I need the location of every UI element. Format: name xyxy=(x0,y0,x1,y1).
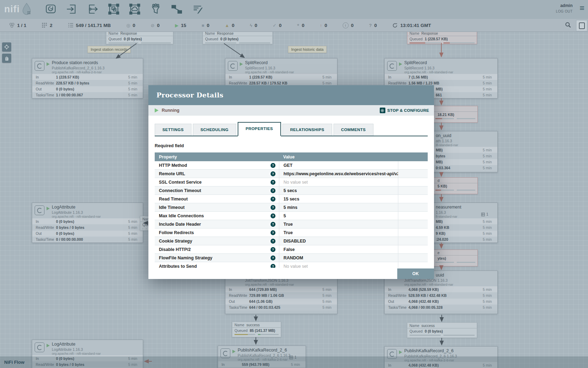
logout-link[interactable]: LOG OUT xyxy=(556,9,573,13)
status-disabled: ϟ0 xyxy=(250,23,257,28)
property-row[interactable]: Include Date Header?True xyxy=(155,220,428,229)
property-row[interactable]: Disable HTTP/2?False xyxy=(155,245,428,254)
processor-name: uuid xyxy=(436,273,444,278)
property-value: True xyxy=(284,230,293,235)
property-row[interactable]: Attributes to Send?No value set xyxy=(155,262,428,268)
property-row[interactable]: SSL Context Service?No value set xyxy=(155,178,428,186)
property-name: Connection Timeout xyxy=(159,188,201,193)
global-menu-icon[interactable]: ≡ xyxy=(580,4,584,13)
remote-process-group-icon[interactable] xyxy=(129,3,141,15)
thread-grid-icon xyxy=(42,22,47,28)
help-icon[interactable]: ? xyxy=(271,255,275,260)
help-icon[interactable]: ? xyxy=(271,222,275,227)
status-sync-failure: ?0 xyxy=(369,23,377,28)
value-column-header: Value xyxy=(279,155,398,159)
property-value: https://www.pegelonline.wsv.de/webservic… xyxy=(284,171,398,176)
help-icon[interactable]: ? xyxy=(271,163,275,168)
property-value: 5 secs xyxy=(284,188,297,193)
connection-label[interactable]: 18.21 KB) xyxy=(433,106,478,123)
property-name: Cookie Strategy xyxy=(159,239,192,244)
processor-type: PublishKafkaRecord_2_6 1.16.3 xyxy=(52,66,105,70)
connection-label[interactable]: NamesuccessQueued0 (0 bytes) xyxy=(407,322,477,338)
connection-label[interactable]: NameResponseQueued0 (0 bytes) xyxy=(106,30,173,44)
process-group-icon[interactable] xyxy=(108,3,120,15)
status-thread-grid: 2 xyxy=(42,22,52,28)
processor-icon[interactable] xyxy=(45,3,57,15)
running-icon xyxy=(47,62,50,66)
property-row[interactable]: Remote URL?https://www.pegelonline.wsv.d… xyxy=(155,170,428,178)
help-icon[interactable]: ? xyxy=(271,247,275,252)
tab-relationships[interactable]: RELATIONSHIPS xyxy=(282,124,332,136)
processor-details-dialog: Processor Details Running STOP & CONFIGU… xyxy=(148,85,434,279)
ok-button[interactable]: OK xyxy=(397,268,434,279)
connection-label[interactable]: eytes) xyxy=(433,250,478,266)
property-row[interactable]: Follow Redirects?True xyxy=(155,229,428,237)
search-button[interactable] xyxy=(565,22,571,28)
property-row[interactable]: Connection Timeout?5 secs xyxy=(155,186,428,195)
help-icon[interactable]: ? xyxy=(271,180,275,185)
connection-label[interactable]: NameResponseQueued0 (0 bytes) xyxy=(203,30,273,44)
help-icon[interactable]: ? xyxy=(271,230,275,235)
connection-label[interactable]: NameResponseQueued xyxy=(140,216,149,231)
connection-label[interactable]: NameResponseQueued1 (228.57 KB) xyxy=(407,30,477,44)
pan-hand-button[interactable] xyxy=(2,54,11,63)
processor-name: SplitRecord xyxy=(245,60,268,65)
connection-label[interactable]: d5 KB) xyxy=(433,177,478,194)
canvas-label[interactable]: Ingest historic data xyxy=(288,46,327,53)
tab-scheduling[interactable]: SCHEDULING xyxy=(193,124,236,136)
status-locally-modified-stale: !0 xyxy=(343,22,354,28)
property-row[interactable]: Idle Timeout?5 mins xyxy=(155,203,428,212)
tab-settings[interactable]: SETTINGS xyxy=(155,124,191,136)
connection-label[interactable]: NamesuccessQueued85 (141.37 MB) xyxy=(232,322,281,337)
status-queue-list: 549 / 141.71 MB xyxy=(68,22,111,28)
tab-properties[interactable]: PROPERTIES xyxy=(238,122,281,136)
property-row[interactable]: HTTP Method?GET xyxy=(155,161,428,170)
breadcrumb-root[interactable]: NiFi Flow xyxy=(4,360,24,365)
input-port-icon[interactable] xyxy=(66,3,78,15)
panel-toggle-button[interactable] xyxy=(576,20,587,31)
properties-table-rows: HTTP Method?GETRemote URL?https://www.pe… xyxy=(155,161,428,268)
help-icon[interactable]: ? xyxy=(271,264,275,268)
processor-bundle: org.apache.nifi - nifi-standard-nar xyxy=(52,214,101,218)
tab-comments[interactable]: COMMENTS xyxy=(334,124,373,136)
output-port-icon[interactable] xyxy=(87,3,99,15)
property-value: 15 secs xyxy=(284,197,299,202)
property-name: SSL Context Service xyxy=(159,180,202,185)
processor[interactable]: LogAttributeLogAttribute 1.16.3org.apach… xyxy=(32,203,143,243)
crosshair-icon xyxy=(4,45,9,49)
breadcrumb[interactable]: NiFi Flow xyxy=(0,356,588,368)
cluster-icon xyxy=(9,22,15,28)
property-row[interactable]: Cookie Strategy?DISABLED xyxy=(155,237,428,245)
property-row[interactable]: Max Idle Connections?5 xyxy=(155,212,428,220)
help-icon[interactable]: ? xyxy=(271,171,275,176)
canvas-label[interactable]: Ingest station records xyxy=(88,46,131,53)
label-icon[interactable] xyxy=(192,3,204,15)
running-icon xyxy=(399,62,402,66)
running-icon xyxy=(399,350,402,354)
birdseye-button[interactable] xyxy=(2,42,11,52)
funnel-icon[interactable] xyxy=(150,3,162,15)
processor-type-icon xyxy=(228,61,238,71)
refresh-icon[interactable] xyxy=(392,23,398,28)
property-name: FlowFile Naming Strategy xyxy=(159,255,212,260)
help-icon[interactable]: ? xyxy=(271,239,275,244)
property-row[interactable]: FlowFile Naming Strategy?RANDOM xyxy=(155,254,428,262)
help-icon[interactable]: ? xyxy=(271,188,275,193)
processor-name: PublishKafkaRecord_2_6 xyxy=(404,348,454,353)
processor-name: SplitRecord xyxy=(404,60,427,65)
required-field-note: Required field xyxy=(155,143,428,148)
template-icon[interactable] xyxy=(171,3,183,15)
help-icon[interactable]: ? xyxy=(271,213,275,218)
processor-name: neasurement xyxy=(436,205,461,210)
processor[interactable]: Produce station recordsPublishKafkaRecor… xyxy=(32,58,143,98)
help-icon[interactable]: ? xyxy=(271,197,275,202)
dialog-tabs: SETTINGSSCHEDULINGPROPERTIESRELATIONSHIP… xyxy=(155,122,428,136)
stop-and-configure-button[interactable]: STOP & CONFIGURE xyxy=(380,108,429,113)
current-user: admin xyxy=(556,3,573,8)
status-cluster: 1 / 1 xyxy=(9,22,26,28)
help-icon[interactable]: ? xyxy=(271,205,275,210)
refresh-status[interactable]: 13:01:41 GMT xyxy=(392,23,431,28)
property-name: Read Timeout xyxy=(159,197,188,202)
running-icon xyxy=(240,62,243,66)
property-row[interactable]: Read Timeout?15 secs xyxy=(155,195,428,203)
